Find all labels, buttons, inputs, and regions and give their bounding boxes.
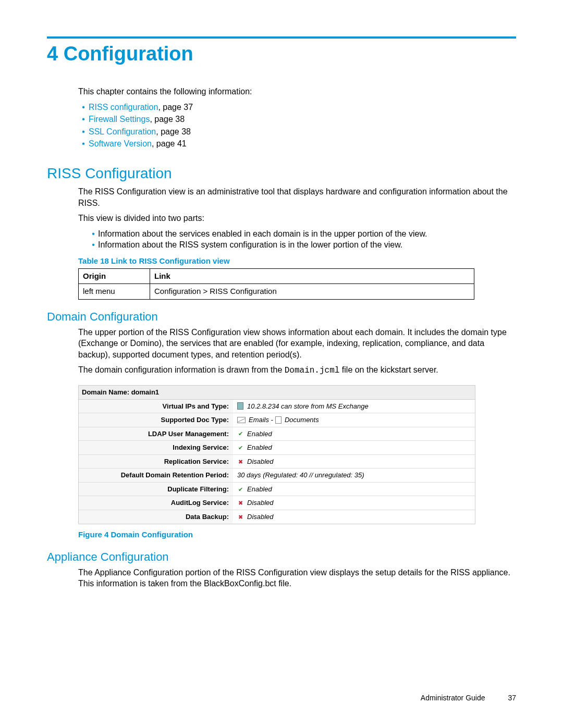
- chapter-number: 4: [47, 43, 58, 65]
- email-icon: [237, 417, 246, 423]
- table-cell-link: Configuration > RISS Configuration: [150, 284, 474, 299]
- page-footer: Administrator Guide 37: [421, 694, 516, 702]
- domain-p2a: The domain configuration information is …: [78, 365, 285, 374]
- toc-page: , page 38: [150, 115, 185, 124]
- toc-link[interactable]: SSL Configuration: [89, 127, 156, 136]
- figure-caption: Figure 4 Domain Configuration: [78, 529, 516, 540]
- config-label: LDAP User Management:: [79, 427, 233, 441]
- config-row: Data Backup: ✖Disabled: [79, 510, 475, 524]
- config-row: Replication Service: ✖Disabled: [79, 455, 475, 469]
- config-label: Virtual IPs and Type:: [79, 400, 233, 413]
- table-caption: Table 18 Link to RISS Configuration view: [78, 256, 516, 266]
- config-value-text: 10.2.8.234 can store from MS Exchange: [247, 402, 369, 411]
- toc-link[interactable]: Firewall Settings: [89, 115, 150, 124]
- riss-bullet: Information about the services enabled i…: [89, 228, 516, 240]
- config-label: Supported Doc Type:: [79, 413, 233, 427]
- config-value-text: Enabled: [247, 485, 272, 494]
- config-label: Data Backup:: [79, 510, 233, 524]
- config-value-text: Disabled: [247, 498, 274, 508]
- config-value: ✖Disabled: [233, 496, 475, 510]
- config-value: 30 days (Regulated: 40 // unregulated: 3…: [233, 468, 475, 482]
- toc-page: , page 38: [156, 127, 191, 136]
- config-row: Virtual IPs and Type: 10.2.8.234 can sto…: [79, 400, 475, 414]
- config-value-text: Documents: [285, 415, 319, 425]
- toc-page: , page 41: [152, 139, 187, 148]
- footer-book: Administrator Guide: [421, 694, 485, 702]
- server-icon: [237, 402, 243, 410]
- riss-p2: This view is divided into two parts:: [78, 213, 516, 224]
- chapter-title: 4 Configuration: [47, 43, 516, 65]
- config-row: LDAP User Management: ✔Enabled: [79, 427, 475, 441]
- domain-p1: The upper portion of the RISS Configurat…: [78, 327, 516, 361]
- table-header-origin: Origin: [79, 269, 150, 284]
- section-heading-appliance: Appliance Configuration: [47, 550, 516, 564]
- riss-link-table: Origin Link left menu Configuration > RI…: [78, 268, 474, 300]
- domain-name-header: Domain Name: domain1: [79, 386, 475, 400]
- riss-p1: The RISS Configuration view is an admini…: [78, 186, 516, 208]
- config-value: ✔Enabled: [233, 427, 475, 441]
- riss-bullets: Information about the services enabled i…: [89, 228, 516, 251]
- intro-text: This chapter contains the following info…: [78, 86, 516, 97]
- footer-page-number: 37: [508, 694, 516, 702]
- check-icon: ✔: [237, 445, 243, 451]
- domain-p2b: file on the kickstart server.: [339, 365, 438, 374]
- domain-p2: The domain configuration information is …: [78, 364, 516, 377]
- cross-icon: ✖: [237, 514, 243, 520]
- config-row: AuditLog Service: ✖Disabled: [79, 496, 475, 510]
- toc-page: , page 37: [158, 103, 193, 112]
- section-heading-riss: RISS Configuration: [47, 165, 516, 182]
- config-row: Duplicate Filtering: ✔Enabled: [79, 483, 475, 497]
- config-label: Duplicate Filtering:: [79, 483, 233, 496]
- config-row: Default Domain Retention Period: 30 days…: [79, 468, 475, 483]
- config-value-text: Enabled: [247, 429, 272, 439]
- toc-item: Software Version, page 41: [78, 138, 516, 150]
- config-label: Indexing Service:: [79, 441, 233, 454]
- config-value: ✔Enabled: [233, 441, 475, 454]
- toc-item: RISS configuration, page 37: [78, 102, 516, 113]
- check-icon: ✔: [237, 486, 243, 492]
- config-value: Emails - Documents: [233, 413, 475, 427]
- document-icon: [275, 416, 282, 424]
- config-value: ✖Disabled: [233, 510, 475, 524]
- config-value-text: Emails -: [249, 415, 273, 425]
- appliance-p1: The Appliance Configuration portion of t…: [78, 567, 516, 589]
- cross-icon: ✖: [237, 500, 243, 506]
- config-label: AuditLog Service:: [79, 496, 233, 510]
- config-value-text: Disabled: [247, 512, 274, 522]
- config-value: 10.2.8.234 can store from MS Exchange: [233, 400, 475, 413]
- domain-p2-mono: Domain.jcml: [285, 366, 340, 375]
- check-icon: ✔: [237, 430, 243, 437]
- config-label: Default Domain Retention Period:: [79, 468, 233, 482]
- table-header-link: Link: [150, 269, 474, 284]
- config-value: ✖Disabled: [233, 455, 475, 468]
- config-value: ✔Enabled: [233, 483, 475, 496]
- config-row: Supported Doc Type: Emails - Documents: [79, 413, 475, 427]
- config-value-text: 30 days (Regulated: 40 // unregulated: 3…: [237, 471, 364, 480]
- config-value-text: Disabled: [247, 457, 274, 466]
- section-heading-domain: Domain Configuration: [47, 310, 516, 324]
- chapter-toc: RISS configuration, page 37 Firewall Set…: [78, 102, 516, 150]
- table-cell-origin: left menu: [79, 284, 150, 299]
- cross-icon: ✖: [237, 459, 243, 465]
- chapter-name: Configuration: [64, 43, 193, 65]
- domain-config-screenshot: Domain Name: domain1 Virtual IPs and Typ…: [78, 385, 475, 524]
- toc-link[interactable]: Software Version: [89, 139, 152, 148]
- riss-bullet: Information about the RISS system config…: [89, 239, 516, 251]
- toc-item: SSL Configuration, page 38: [78, 126, 516, 138]
- toc-link[interactable]: RISS configuration: [89, 103, 158, 112]
- top-rule: [47, 36, 516, 39]
- table-row: left menu Configuration > RISS Configura…: [79, 284, 474, 299]
- config-row: Indexing Service: ✔Enabled: [79, 441, 475, 455]
- config-value-text: Enabled: [247, 443, 272, 452]
- toc-item: Firewall Settings, page 38: [78, 114, 516, 125]
- config-label: Replication Service:: [79, 455, 233, 468]
